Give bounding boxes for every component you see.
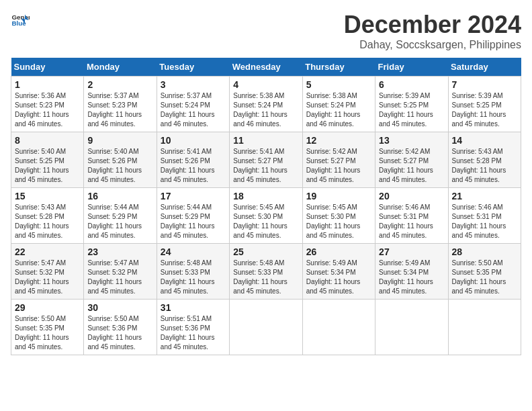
calendar-row: 8 Sunrise: 5:40 AM Sunset: 5:25 PM Dayli… — [11, 132, 521, 188]
header-row: Sunday Monday Tuesday Wednesday Thursday… — [11, 58, 521, 77]
day-number: 13 — [379, 135, 444, 146]
table-row: 12 Sunrise: 5:42 AM Sunset: 5:27 PM Dayl… — [302, 132, 375, 188]
day-info: Sunrise: 5:44 AM Sunset: 5:29 PM Dayligh… — [87, 203, 152, 240]
table-row — [302, 300, 375, 355]
day-number: 3 — [161, 79, 226, 90]
day-info: Sunrise: 5:50 AM Sunset: 5:35 PM Dayligh… — [15, 314, 80, 352]
col-monday: Monday — [84, 58, 157, 77]
day-info: Sunrise: 5:40 AM Sunset: 5:25 PM Dayligh… — [15, 147, 80, 185]
day-info: Sunrise: 5:38 AM Sunset: 5:24 PM Dayligh… — [233, 91, 298, 129]
day-info: Sunrise: 5:46 AM Sunset: 5:31 PM Dayligh… — [452, 203, 517, 240]
day-info: Sunrise: 5:43 AM Sunset: 5:28 PM Dayligh… — [15, 203, 80, 240]
day-info: Sunrise: 5:45 AM Sunset: 5:30 PM Dayligh… — [233, 203, 298, 240]
page-header: General Blue December 2024 Dahay, Soccsk… — [11, 11, 521, 51]
title-block: December 2024 Dahay, Soccsksargen, Phili… — [344, 11, 521, 51]
day-number: 31 — [161, 302, 226, 313]
table-row: 17 Sunrise: 5:44 AM Sunset: 5:29 PM Dayl… — [157, 188, 229, 244]
day-info: Sunrise: 5:36 AM Sunset: 5:23 PM Dayligh… — [15, 91, 80, 129]
col-sunday: Sunday — [11, 58, 84, 77]
col-wednesday: Wednesday — [230, 58, 302, 77]
table-row: 29 Sunrise: 5:50 AM Sunset: 5:35 PM Dayl… — [11, 300, 84, 355]
day-number: 26 — [306, 246, 371, 257]
col-tuesday: Tuesday — [157, 58, 229, 77]
table-row: 20 Sunrise: 5:46 AM Sunset: 5:31 PM Dayl… — [375, 188, 448, 244]
day-number: 30 — [87, 302, 152, 313]
day-info: Sunrise: 5:45 AM Sunset: 5:30 PM Dayligh… — [306, 203, 371, 240]
table-row: 1 Sunrise: 5:36 AM Sunset: 5:23 PM Dayli… — [11, 77, 84, 132]
month-title: December 2024 — [344, 11, 521, 39]
day-number: 6 — [379, 79, 444, 90]
day-number: 2 — [87, 79, 152, 90]
day-number: 7 — [452, 79, 517, 90]
day-number: 16 — [87, 191, 152, 201]
table-row — [448, 300, 521, 355]
table-row: 23 Sunrise: 5:47 AM Sunset: 5:32 PM Dayl… — [84, 244, 157, 300]
table-row — [375, 300, 448, 355]
calendar-row: 22 Sunrise: 5:47 AM Sunset: 5:32 PM Dayl… — [11, 244, 521, 300]
day-info: Sunrise: 5:39 AM Sunset: 5:25 PM Dayligh… — [379, 91, 444, 129]
day-info: Sunrise: 5:41 AM Sunset: 5:26 PM Dayligh… — [161, 147, 226, 185]
table-row: 31 Sunrise: 5:51 AM Sunset: 5:36 PM Dayl… — [157, 300, 229, 355]
calendar-row: 1 Sunrise: 5:36 AM Sunset: 5:23 PM Dayli… — [11, 77, 521, 132]
table-row: 19 Sunrise: 5:45 AM Sunset: 5:30 PM Dayl… — [302, 188, 375, 244]
table-row: 9 Sunrise: 5:40 AM Sunset: 5:26 PM Dayli… — [84, 132, 157, 188]
col-friday: Friday — [375, 58, 448, 77]
table-row: 16 Sunrise: 5:44 AM Sunset: 5:29 PM Dayl… — [84, 188, 157, 244]
day-info: Sunrise: 5:50 AM Sunset: 5:36 PM Dayligh… — [87, 314, 152, 352]
table-row: 6 Sunrise: 5:39 AM Sunset: 5:25 PM Dayli… — [375, 77, 448, 132]
day-info: Sunrise: 5:38 AM Sunset: 5:24 PM Dayligh… — [306, 91, 371, 129]
table-row: 11 Sunrise: 5:41 AM Sunset: 5:27 PM Dayl… — [230, 132, 302, 188]
day-number: 15 — [15, 191, 80, 201]
day-info: Sunrise: 5:42 AM Sunset: 5:27 PM Dayligh… — [379, 147, 444, 185]
day-number: 5 — [306, 79, 371, 90]
table-row: 3 Sunrise: 5:37 AM Sunset: 5:24 PM Dayli… — [157, 77, 229, 132]
calendar-row: 15 Sunrise: 5:43 AM Sunset: 5:28 PM Dayl… — [11, 188, 521, 244]
day-info: Sunrise: 5:49 AM Sunset: 5:34 PM Dayligh… — [306, 259, 371, 296]
table-row: 28 Sunrise: 5:50 AM Sunset: 5:35 PM Dayl… — [448, 244, 521, 300]
day-info: Sunrise: 5:40 AM Sunset: 5:26 PM Dayligh… — [87, 147, 152, 185]
day-info: Sunrise: 5:48 AM Sunset: 5:33 PM Dayligh… — [161, 259, 226, 296]
table-row — [230, 300, 302, 355]
table-row: 15 Sunrise: 5:43 AM Sunset: 5:28 PM Dayl… — [11, 188, 84, 244]
table-row: 30 Sunrise: 5:50 AM Sunset: 5:36 PM Dayl… — [84, 300, 157, 355]
day-number: 28 — [452, 246, 517, 257]
calendar-table: Sunday Monday Tuesday Wednesday Thursday… — [11, 58, 521, 355]
day-info: Sunrise: 5:49 AM Sunset: 5:34 PM Dayligh… — [379, 259, 444, 296]
day-info: Sunrise: 5:39 AM Sunset: 5:25 PM Dayligh… — [452, 91, 517, 129]
col-saturday: Saturday — [448, 58, 521, 77]
day-number: 29 — [15, 302, 80, 313]
day-number: 23 — [87, 246, 152, 257]
day-info: Sunrise: 5:48 AM Sunset: 5:33 PM Dayligh… — [233, 259, 298, 296]
day-number: 22 — [15, 246, 80, 257]
day-info: Sunrise: 5:47 AM Sunset: 5:32 PM Dayligh… — [15, 259, 80, 296]
day-number: 8 — [15, 135, 80, 146]
day-number: 18 — [233, 191, 298, 201]
table-row: 22 Sunrise: 5:47 AM Sunset: 5:32 PM Dayl… — [11, 244, 84, 300]
day-number: 10 — [161, 135, 226, 146]
day-number: 14 — [452, 135, 517, 146]
day-info: Sunrise: 5:37 AM Sunset: 5:24 PM Dayligh… — [161, 91, 226, 129]
calendar-row: 29 Sunrise: 5:50 AM Sunset: 5:35 PM Dayl… — [11, 300, 521, 355]
day-number: 12 — [306, 135, 371, 146]
day-info: Sunrise: 5:37 AM Sunset: 5:23 PM Dayligh… — [87, 91, 152, 129]
logo: General Blue — [11, 11, 30, 30]
table-row: 21 Sunrise: 5:46 AM Sunset: 5:31 PM Dayl… — [448, 188, 521, 244]
table-row: 7 Sunrise: 5:39 AM Sunset: 5:25 PM Dayli… — [448, 77, 521, 132]
day-number: 24 — [161, 246, 226, 257]
table-row: 26 Sunrise: 5:49 AM Sunset: 5:34 PM Dayl… — [302, 244, 375, 300]
day-number: 27 — [379, 246, 444, 257]
day-info: Sunrise: 5:41 AM Sunset: 5:27 PM Dayligh… — [233, 147, 298, 185]
table-row: 27 Sunrise: 5:49 AM Sunset: 5:34 PM Dayl… — [375, 244, 448, 300]
col-thursday: Thursday — [302, 58, 375, 77]
day-number: 4 — [233, 79, 298, 90]
table-row: 2 Sunrise: 5:37 AM Sunset: 5:23 PM Dayli… — [84, 77, 157, 132]
location-title: Dahay, Soccsksargen, Philippines — [344, 39, 521, 51]
day-number: 9 — [87, 135, 152, 146]
day-info: Sunrise: 5:46 AM Sunset: 5:31 PM Dayligh… — [379, 203, 444, 240]
day-number: 19 — [306, 191, 371, 201]
day-number: 20 — [379, 191, 444, 201]
day-info: Sunrise: 5:51 AM Sunset: 5:36 PM Dayligh… — [161, 314, 226, 352]
table-row: 24 Sunrise: 5:48 AM Sunset: 5:33 PM Dayl… — [157, 244, 229, 300]
day-number: 1 — [15, 79, 80, 90]
table-row: 10 Sunrise: 5:41 AM Sunset: 5:26 PM Dayl… — [157, 132, 229, 188]
